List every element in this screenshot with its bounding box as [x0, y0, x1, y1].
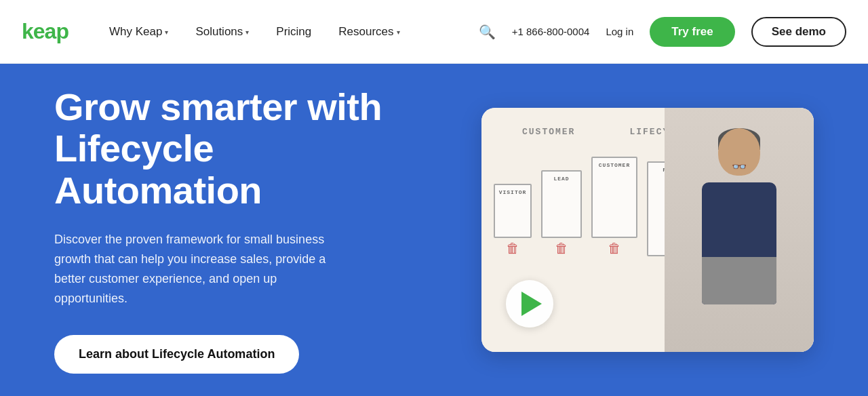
logo-text: keap — [22, 19, 68, 44]
nav-label-resources: Resources — [338, 25, 393, 39]
nav-item-pricing[interactable]: Pricing — [262, 0, 325, 64]
trash-icon-visitor: 🗑 — [506, 241, 519, 256]
nav-label-pricing: Pricing — [276, 25, 311, 39]
search-icon[interactable]: 🔍 — [479, 24, 496, 40]
chevron-down-icon: ▾ — [245, 28, 249, 36]
navbar: keap Why Keap ▾ Solutions ▾ Pricing Reso… — [0, 0, 868, 64]
logo[interactable]: keap — [22, 19, 68, 44]
hero-left: Grow smarter with Lifecycle Automation D… — [54, 86, 420, 374]
nav-label-why-keap: Why Keap — [109, 25, 162, 39]
play-button[interactable] — [506, 280, 553, 328]
hero-section: Grow smarter with Lifecycle Automation D… — [0, 64, 868, 396]
nav-links: Why Keap ▾ Solutions ▾ Pricing Resources… — [96, 0, 479, 64]
see-demo-button[interactable]: See demo — [751, 17, 846, 47]
trash-icon-lead: 🗑 — [555, 241, 568, 256]
person-figure: 👓 — [678, 115, 800, 345]
play-triangle-icon — [521, 292, 542, 316]
trash-icon-customer: 🗑 — [608, 241, 621, 256]
box-lead-label: LEAD — [553, 176, 569, 182]
box-customer-label: CUSTOMER — [599, 162, 630, 168]
diagram-label-customer: CUSTOMER — [522, 127, 575, 137]
phone-number[interactable]: +1 866-800-0004 — [512, 26, 590, 37]
chevron-down-icon: ▾ — [397, 28, 400, 36]
video-card[interactable]: CUSTOMER LIFECYCLE VISITOR 🗑 LEAD — [481, 108, 814, 352]
nav-item-solutions[interactable]: Solutions ▾ — [182, 0, 262, 64]
login-link[interactable]: Log in — [606, 26, 633, 37]
nav-label-solutions: Solutions — [195, 25, 243, 39]
try-free-button[interactable]: Try free — [650, 17, 734, 47]
nav-right: 🔍 +1 866-800-0004 Log in Try free See de… — [479, 17, 846, 47]
hero-subtitle: Discover the proven framework for small … — [54, 230, 339, 308]
nav-item-why-keap[interactable]: Why Keap ▾ — [96, 0, 182, 64]
person-head: 👓 — [718, 128, 760, 176]
person-body-gray — [702, 257, 776, 304]
hero-video: CUSTOMER LIFECYCLE VISITOR 🗑 LEAD — [420, 108, 814, 352]
hero-title: Grow smarter with Lifecycle Automation — [54, 86, 420, 212]
person-glasses: 👓 — [732, 159, 747, 174]
chevron-down-icon: ▾ — [165, 28, 168, 36]
learn-cta-button[interactable]: Learn about Lifecycle Automation — [54, 335, 299, 374]
box-visitor-label: VISITOR — [499, 189, 527, 195]
nav-item-resources[interactable]: Resources ▾ — [325, 0, 413, 64]
person-area: 👓 — [665, 108, 814, 352]
